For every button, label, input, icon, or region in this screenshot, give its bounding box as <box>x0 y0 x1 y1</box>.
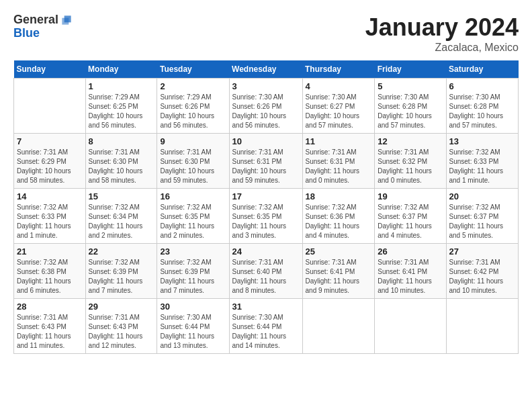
day-number: 20 <box>449 191 516 201</box>
calendar-cell: 30Sunrise: 7:30 AM Sunset: 6:44 PM Dayli… <box>157 299 229 354</box>
svg-marker-1 <box>62 18 69 25</box>
day-number: 12 <box>378 136 443 146</box>
title-block: January 2024 Zacalaca, Mexico <box>365 13 519 54</box>
calendar-cell: 17Sunrise: 7:32 AM Sunset: 6:35 PM Dayli… <box>229 189 302 244</box>
col-header-thursday: Thursday <box>302 60 375 79</box>
col-header-monday: Monday <box>85 60 157 79</box>
calendar-cell: 22Sunrise: 7:32 AM Sunset: 6:39 PM Dayli… <box>85 244 157 299</box>
calendar-cell: 26Sunrise: 7:31 AM Sunset: 6:41 PM Dayli… <box>375 244 446 299</box>
day-number: 4 <box>306 81 372 91</box>
day-info: Sunrise: 7:32 AM Sunset: 6:37 PM Dayligh… <box>449 203 516 240</box>
day-info: Sunrise: 7:30 AM Sunset: 6:28 PM Dayligh… <box>378 93 443 130</box>
day-number: 18 <box>306 191 372 201</box>
day-info: Sunrise: 7:32 AM Sunset: 6:33 PM Dayligh… <box>17 203 83 240</box>
day-info: Sunrise: 7:29 AM Sunset: 6:26 PM Dayligh… <box>160 93 226 130</box>
col-header-friday: Friday <box>375 60 446 79</box>
calendar-cell: 15Sunrise: 7:32 AM Sunset: 6:34 PM Dayli… <box>85 189 157 244</box>
day-number: 2 <box>160 81 226 91</box>
day-number: 30 <box>160 302 226 312</box>
day-info: Sunrise: 7:32 AM Sunset: 6:35 PM Dayligh… <box>232 203 300 240</box>
day-number: 23 <box>160 246 226 257</box>
day-info: Sunrise: 7:30 AM Sunset: 6:26 PM Dayligh… <box>232 93 300 130</box>
day-info: Sunrise: 7:32 AM Sunset: 6:39 PM Dayligh… <box>160 258 226 295</box>
calendar-cell: 5Sunrise: 7:30 AM Sunset: 6:28 PM Daylig… <box>375 79 446 134</box>
calendar-cell: 9Sunrise: 7:31 AM Sunset: 6:30 PM Daylig… <box>157 134 229 189</box>
page-header: General Blue January 2024 Zacalaca, Mexi… <box>13 13 519 54</box>
day-info: Sunrise: 7:30 AM Sunset: 6:28 PM Dayligh… <box>449 93 516 130</box>
week-row-5: 28Sunrise: 7:31 AM Sunset: 6:43 PM Dayli… <box>14 299 519 354</box>
calendar-cell: 10Sunrise: 7:31 AM Sunset: 6:31 PM Dayli… <box>229 134 302 189</box>
day-info: Sunrise: 7:31 AM Sunset: 6:43 PM Dayligh… <box>89 313 154 351</box>
calendar-cell: 27Sunrise: 7:31 AM Sunset: 6:42 PM Dayli… <box>446 244 519 299</box>
location-title: Zacalaca, Mexico <box>365 42 519 54</box>
day-number: 3 <box>232 81 300 91</box>
day-number: 5 <box>378 81 443 91</box>
day-number: 15 <box>89 191 154 201</box>
calendar-cell <box>375 299 446 354</box>
day-info: Sunrise: 7:32 AM Sunset: 6:35 PM Dayligh… <box>160 203 226 240</box>
calendar-cell: 2Sunrise: 7:29 AM Sunset: 6:26 PM Daylig… <box>157 79 229 134</box>
calendar-cell: 21Sunrise: 7:32 AM Sunset: 6:38 PM Dayli… <box>14 244 86 299</box>
day-number: 8 <box>89 136 154 146</box>
col-header-saturday: Saturday <box>446 60 519 79</box>
day-number: 31 <box>232 302 300 312</box>
calendar-cell: 8Sunrise: 7:31 AM Sunset: 6:30 PM Daylig… <box>85 134 157 189</box>
day-number: 16 <box>160 191 226 201</box>
column-header-row: SundayMondayTuesdayWednesdayThursdayFrid… <box>14 60 519 79</box>
day-number: 28 <box>17 302 83 312</box>
logo-icon <box>60 13 73 27</box>
calendar-cell: 31Sunrise: 7:30 AM Sunset: 6:44 PM Dayli… <box>229 299 302 354</box>
day-info: Sunrise: 7:31 AM Sunset: 6:41 PM Dayligh… <box>378 258 443 295</box>
calendar-cell: 1Sunrise: 7:29 AM Sunset: 6:25 PM Daylig… <box>85 79 157 134</box>
day-number: 21 <box>17 246 83 257</box>
calendar-cell: 11Sunrise: 7:31 AM Sunset: 6:31 PM Dayli… <box>302 134 375 189</box>
logo: General Blue <box>13 13 73 40</box>
calendar-cell: 18Sunrise: 7:32 AM Sunset: 6:36 PM Dayli… <box>302 189 375 244</box>
day-number: 13 <box>449 136 516 146</box>
day-number: 19 <box>378 191 443 201</box>
day-info: Sunrise: 7:32 AM Sunset: 6:39 PM Dayligh… <box>89 258 154 295</box>
col-header-tuesday: Tuesday <box>157 60 229 79</box>
day-number: 10 <box>232 136 300 146</box>
day-number: 26 <box>378 246 443 257</box>
col-header-wednesday: Wednesday <box>229 60 302 79</box>
calendar-cell: 19Sunrise: 7:32 AM Sunset: 6:37 PM Dayli… <box>375 189 446 244</box>
day-info: Sunrise: 7:31 AM Sunset: 6:41 PM Dayligh… <box>306 258 372 295</box>
logo-blue: Blue <box>13 27 58 40</box>
day-number: 29 <box>89 302 154 312</box>
day-info: Sunrise: 7:30 AM Sunset: 6:44 PM Dayligh… <box>160 313 226 351</box>
day-info: Sunrise: 7:32 AM Sunset: 6:36 PM Dayligh… <box>306 203 372 240</box>
day-info: Sunrise: 7:32 AM Sunset: 6:34 PM Dayligh… <box>89 203 154 240</box>
calendar-cell: 16Sunrise: 7:32 AM Sunset: 6:35 PM Dayli… <box>157 189 229 244</box>
week-row-3: 14Sunrise: 7:32 AM Sunset: 6:33 PM Dayli… <box>14 189 519 244</box>
day-info: Sunrise: 7:32 AM Sunset: 6:33 PM Dayligh… <box>449 148 516 185</box>
day-info: Sunrise: 7:31 AM Sunset: 6:29 PM Dayligh… <box>17 148 83 185</box>
day-info: Sunrise: 7:30 AM Sunset: 6:27 PM Dayligh… <box>306 93 372 130</box>
day-number: 25 <box>306 246 372 257</box>
calendar-cell: 23Sunrise: 7:32 AM Sunset: 6:39 PM Dayli… <box>157 244 229 299</box>
calendar-cell: 14Sunrise: 7:32 AM Sunset: 6:33 PM Dayli… <box>14 189 86 244</box>
calendar-cell: 25Sunrise: 7:31 AM Sunset: 6:41 PM Dayli… <box>302 244 375 299</box>
month-title: January 2024 <box>365 13 519 42</box>
calendar-cell: 13Sunrise: 7:32 AM Sunset: 6:33 PM Dayli… <box>446 134 519 189</box>
calendar-cell: 6Sunrise: 7:30 AM Sunset: 6:28 PM Daylig… <box>446 79 519 134</box>
col-header-sunday: Sunday <box>14 60 86 79</box>
day-info: Sunrise: 7:31 AM Sunset: 6:30 PM Dayligh… <box>160 148 226 185</box>
day-info: Sunrise: 7:31 AM Sunset: 6:31 PM Dayligh… <box>232 148 300 185</box>
calendar-cell: 4Sunrise: 7:30 AM Sunset: 6:27 PM Daylig… <box>302 79 375 134</box>
logo-general: General <box>13 13 58 27</box>
day-number: 7 <box>17 136 83 146</box>
calendar-cell <box>446 299 519 354</box>
calendar-cell: 3Sunrise: 7:30 AM Sunset: 6:26 PM Daylig… <box>229 79 302 134</box>
day-info: Sunrise: 7:31 AM Sunset: 6:43 PM Dayligh… <box>17 313 83 351</box>
day-number: 11 <box>306 136 372 146</box>
week-row-1: 1Sunrise: 7:29 AM Sunset: 6:25 PM Daylig… <box>14 79 519 134</box>
day-info: Sunrise: 7:31 AM Sunset: 6:42 PM Dayligh… <box>449 258 516 295</box>
day-number: 14 <box>17 191 83 201</box>
week-row-2: 7Sunrise: 7:31 AM Sunset: 6:29 PM Daylig… <box>14 134 519 189</box>
day-info: Sunrise: 7:31 AM Sunset: 6:40 PM Dayligh… <box>232 258 300 295</box>
calendar-cell: 24Sunrise: 7:31 AM Sunset: 6:40 PM Dayli… <box>229 244 302 299</box>
calendar-cell: 20Sunrise: 7:32 AM Sunset: 6:37 PM Dayli… <box>446 189 519 244</box>
day-number: 24 <box>232 246 300 257</box>
day-number: 1 <box>89 81 154 91</box>
